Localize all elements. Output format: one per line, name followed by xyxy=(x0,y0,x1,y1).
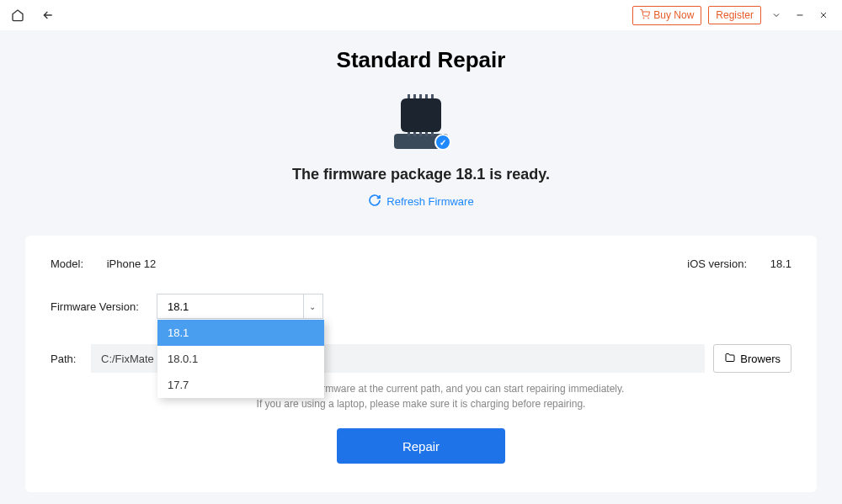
back-icon[interactable] xyxy=(40,8,56,23)
minimize-icon[interactable] xyxy=(791,7,808,24)
home-icon[interactable] xyxy=(10,8,25,23)
refresh-label: Refresh Firmware xyxy=(386,195,473,208)
device-info-row: Model: iPhone 12 iOS version: 18.1 xyxy=(51,257,791,270)
chevron-down-icon: ⌄ xyxy=(303,294,316,318)
model-value: iPhone 12 xyxy=(107,257,157,270)
refresh-icon xyxy=(368,194,381,210)
browse-label: Browers xyxy=(740,353,781,365)
firmware-version-label: Firmware Version: xyxy=(51,300,141,313)
cart-icon xyxy=(640,9,650,22)
repair-button[interactable]: Repair xyxy=(337,428,505,464)
check-badge-icon: ✓ xyxy=(434,134,451,151)
firmware-version-select[interactable]: 18.1 ⌄ 18.1 18.0.1 17.7 xyxy=(157,294,323,319)
firmware-selected-value: 18.1 xyxy=(168,300,189,313)
firmware-option[interactable]: 17.7 xyxy=(157,372,324,398)
close-icon[interactable] xyxy=(815,7,832,24)
page-title: Standard Repair xyxy=(0,47,842,73)
folder-icon xyxy=(724,353,736,365)
svg-point-1 xyxy=(648,18,649,19)
model-label: Model: xyxy=(51,257,83,270)
titlebar-left xyxy=(10,8,56,23)
titlebar: Buy Now Register xyxy=(0,0,842,30)
buy-now-label: Buy Now xyxy=(653,9,694,21)
chevron-down-icon[interactable] xyxy=(768,7,785,24)
ios-version-value: 18.1 xyxy=(770,257,791,270)
firmware-version-row: Firmware Version: 18.1 ⌄ 18.1 18.0.1 17.… xyxy=(51,294,791,319)
path-label: Path: xyxy=(51,353,83,365)
firmware-dropdown: 18.1 18.0.1 17.7 xyxy=(157,320,324,398)
svg-point-0 xyxy=(643,18,644,19)
firmware-option[interactable]: 18.1 xyxy=(157,320,324,346)
main-content: Standard Repair ✓ The firmware package 1… xyxy=(0,30,842,504)
ios-version-label: iOS version: xyxy=(687,257,747,270)
browse-button[interactable]: Browers xyxy=(713,344,791,373)
refresh-firmware-link[interactable]: Refresh Firmware xyxy=(368,194,473,210)
firmware-chip-illustration: ✓ xyxy=(387,98,455,149)
firmware-card: Model: iPhone 12 iOS version: 18.1 Firmw… xyxy=(25,236,817,492)
buy-now-button[interactable]: Buy Now xyxy=(632,6,701,25)
register-button[interactable]: Register xyxy=(708,6,761,24)
ready-message: The firmware package 18.1 is ready. xyxy=(0,166,842,183)
firmware-option[interactable]: 18.0.1 xyxy=(157,346,324,372)
titlebar-right: Buy Now Register xyxy=(632,6,832,25)
